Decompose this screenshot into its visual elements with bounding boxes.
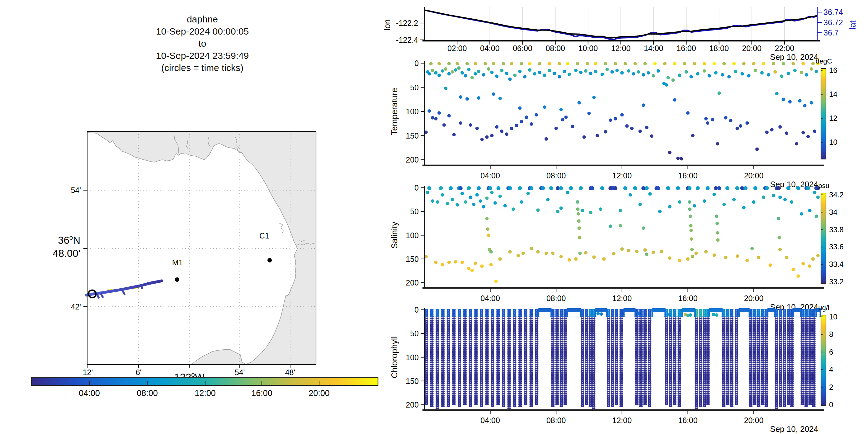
temperature-point <box>782 62 785 65</box>
salinity-point <box>478 199 482 203</box>
salinity-point <box>447 260 451 264</box>
temperature-point <box>518 70 522 73</box>
plot-navigation: -122.2-122.436.7436.7236.702:0004:0006:0… <box>383 7 858 62</box>
plot1-ylabel-lat: lat <box>848 20 858 29</box>
temperature-point <box>431 116 434 120</box>
salinity-point <box>441 193 444 196</box>
salinity-point <box>577 212 580 215</box>
salinity-point <box>600 186 604 190</box>
temperature-colorbar-unit-label: degC <box>816 57 832 65</box>
chlorophyll-date-label: Sep 10, 2024 <box>770 424 818 434</box>
salinity-point <box>482 205 485 209</box>
salinity-point <box>689 229 693 232</box>
salinity-point <box>431 199 434 203</box>
salinity-point <box>619 224 622 227</box>
temperature-colorbar-tick-label: 16 <box>829 66 837 74</box>
temperature-point <box>742 62 746 65</box>
temperature-ytick-label: 0 <box>414 59 419 67</box>
map-xtick-label: 6' <box>136 368 142 377</box>
salinity-point <box>725 186 730 190</box>
salinity-point <box>436 200 439 204</box>
salinity-point <box>579 186 583 190</box>
temperature-point <box>800 71 803 74</box>
temperature-point <box>729 119 732 122</box>
temperature-point <box>689 75 693 79</box>
temperature-point <box>578 101 581 104</box>
temperature-point <box>530 122 533 126</box>
salinity-point <box>623 186 627 190</box>
temperature-point <box>495 125 498 129</box>
temperature-point <box>459 121 462 125</box>
salinity-point <box>589 211 592 214</box>
salinity-point <box>658 210 661 213</box>
salinity-point <box>566 191 569 194</box>
plot1-xtick-label: 22:00 <box>775 44 795 53</box>
salinity-point <box>783 198 787 202</box>
chlorophyll-colorbar <box>821 315 826 406</box>
temperature-point <box>604 130 607 133</box>
temperature-point <box>456 62 459 65</box>
temperature-point <box>806 135 810 138</box>
salinity-point <box>648 192 652 195</box>
salinity-point <box>470 269 474 272</box>
temperature-point <box>650 134 653 138</box>
chlorophyll-colorbar-unit-label: ug/l <box>818 304 829 312</box>
temperature-point <box>518 106 522 110</box>
station-map: M1C112'6'54'48'122oW54'42'36oN48.00'04:0… <box>31 131 378 398</box>
salinity-colorbar-tick-label: 33.6 <box>829 243 844 251</box>
temperature-point <box>528 68 531 72</box>
temperature-point <box>447 62 451 65</box>
plot1-xtick-label: 20:00 <box>742 44 762 53</box>
salinity-point <box>792 268 795 271</box>
salinity-point <box>757 256 760 259</box>
salinity-point <box>676 186 680 190</box>
salinity-point <box>592 255 596 259</box>
plot1-xtick-label: 16:00 <box>677 44 696 53</box>
temperature-point <box>782 98 785 101</box>
temperature-point <box>501 62 505 65</box>
salinity-point <box>628 193 632 196</box>
salinity-point <box>620 247 624 251</box>
chlorophyll-ytick-label: 0 <box>414 305 419 314</box>
temperature-point <box>663 62 666 65</box>
temperature-xtick-label: 08:00 <box>547 171 566 180</box>
land-mass <box>87 131 316 365</box>
temperature-point <box>620 113 624 117</box>
chlorophyll-colorbar-tick-label: 10 <box>829 313 837 321</box>
temperature-point <box>633 62 637 65</box>
salinity-point <box>497 186 501 190</box>
chlorophyll-colorbar-tick-label: 8 <box>829 330 833 338</box>
temperature-ytick-label: 100 <box>406 107 419 116</box>
salinity-point <box>643 248 647 252</box>
salinity-point <box>569 186 573 190</box>
temperature-point <box>428 72 431 76</box>
temperature-point <box>785 131 788 135</box>
temperature-colorbar-tick-label: 12 <box>829 114 837 122</box>
map-colorbar-tick-label: 16:00 <box>251 389 272 398</box>
chl-surface-cap <box>708 308 723 312</box>
salinity-point <box>724 256 727 259</box>
salinity-point <box>706 186 710 190</box>
temperature-point <box>668 151 672 154</box>
temperature-point <box>477 96 480 100</box>
temperature-point <box>714 71 718 75</box>
salinity-point <box>446 202 449 205</box>
salinity-point <box>716 231 719 235</box>
temperature-point <box>480 137 484 141</box>
temperature-point <box>810 67 813 71</box>
temperature-point <box>614 62 617 65</box>
temperature-point <box>673 62 677 65</box>
temperature-point <box>482 73 485 76</box>
salinity-point <box>776 186 780 190</box>
temperature-point <box>453 133 456 136</box>
track-notch <box>97 295 99 298</box>
temperature-point <box>795 142 798 145</box>
plot1-xtick-label: 04:00 <box>480 44 500 53</box>
chlorophyll-colorbar-tick-label: 2 <box>829 383 833 391</box>
chl-surface-cap <box>595 308 608 312</box>
temperature-point <box>805 73 808 76</box>
chl-subsurface-point <box>596 312 600 315</box>
salinity-point <box>619 209 622 212</box>
salinity-point <box>691 255 694 258</box>
plot-chlorophyll: 05010015020004:0008:0012:0016:0020:00Chl… <box>390 304 837 434</box>
